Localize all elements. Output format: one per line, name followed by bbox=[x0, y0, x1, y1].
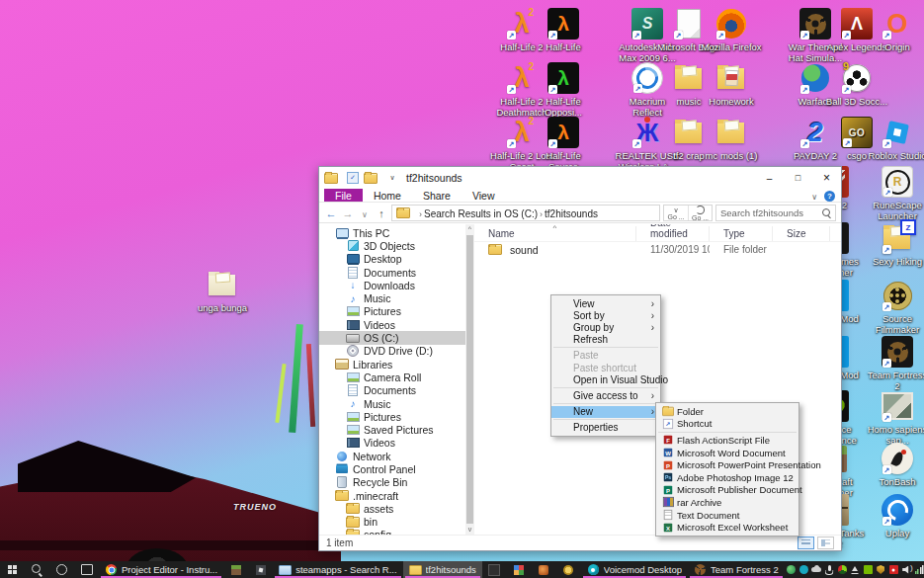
menu-item-folder[interactable]: Folder bbox=[656, 405, 798, 418]
menu-item-properties[interactable]: Properties bbox=[551, 422, 660, 434]
nav-item-pictures[interactable]: Pictures bbox=[319, 305, 465, 318]
qa-newfolder-icon[interactable] bbox=[364, 172, 378, 184]
nav-item-control-panel[interactable]: Control Panel bbox=[319, 462, 465, 475]
nav-item-network[interactable]: Network bbox=[319, 450, 465, 462]
scroll-down-icon[interactable]: v bbox=[465, 525, 474, 535]
recent-locations-icon[interactable] bbox=[358, 207, 372, 219]
column-header-name[interactable]: Name bbox=[474, 226, 636, 241]
menu-item-microsoft-excel-worksheet[interactable]: Microsoft Excel Worksheet bbox=[656, 521, 798, 534]
menu-item-adobe-photoshop-image-12[interactable]: Adobe Photoshop Image 12 bbox=[656, 471, 798, 484]
tab-share[interactable]: Share bbox=[412, 189, 462, 202]
nav-item-assets[interactable]: assets bbox=[319, 502, 465, 515]
nav-item-os-c[interactable]: OS (C:) bbox=[319, 331, 465, 344]
qa-customize-chevron-icon[interactable] bbox=[385, 172, 399, 185]
menu-item-sort-by[interactable]: Sort by bbox=[551, 309, 660, 321]
desktop-icon-source-filmmaker[interactable]: Source Filmmaker bbox=[865, 280, 924, 335]
desktop-icon-runescape-launcher[interactable]: RuneScape Launcher bbox=[865, 166, 924, 221]
nav-item-pictures[interactable]: Pictures bbox=[319, 410, 465, 423]
qa-properties-icon[interactable] bbox=[346, 172, 360, 185]
desktop-icon-uplay[interactable]: Uplay bbox=[865, 494, 924, 538]
desktop-icon-mozilla-firefox[interactable]: Mozilla Firefox bbox=[699, 8, 764, 52]
menu-item-group-by[interactable]: Group by bbox=[551, 321, 660, 333]
nav-item-3d-objects[interactable]: 3D Objects bbox=[319, 239, 465, 252]
desktop-icon-roblox-studio[interactable]: Roblox Studio bbox=[865, 117, 924, 161]
shield-tray-icon[interactable] bbox=[875, 562, 887, 577]
taskbar-button-steamapps-search-r[interactable]: steamapps - Search R... bbox=[273, 561, 402, 578]
desktop-icon-ball-3d-socc[interactable]: Ball 3D Socc... bbox=[824, 62, 889, 107]
address-dropdown-button[interactable]: Go ... bbox=[664, 206, 688, 220]
menu-item-refresh[interactable]: Refresh bbox=[551, 334, 660, 346]
taskbar-button-appgrid[interactable] bbox=[507, 561, 532, 578]
nav-item-videos[interactable]: Videos bbox=[319, 318, 465, 331]
menu-item-microsoft-word-document[interactable]: Microsoft Word Document bbox=[656, 447, 798, 459]
nav-item-bin[interactable]: bin bbox=[319, 516, 465, 529]
desktop-icon-half-life[interactable]: Half-Life bbox=[531, 8, 596, 52]
volume-tray-icon[interactable] bbox=[900, 562, 913, 577]
menu-item-paste-shortcut[interactable]: Paste shortcut bbox=[551, 362, 660, 373]
nav-item-dvd-drive-d[interactable]: DVD Drive (D:) bbox=[319, 345, 465, 358]
menu-item-rar-archive[interactable]: rar Archive bbox=[656, 496, 798, 509]
address-refresh-button[interactable]: Go ... bbox=[688, 206, 712, 220]
breadcrumb-segment-tf2hitsounds[interactable]: tf2hitsounds bbox=[545, 208, 598, 219]
minimize-button[interactable] bbox=[755, 167, 784, 189]
desktop-icon-homework[interactable]: Homework bbox=[699, 62, 764, 107]
taskbar-button-gmodorange[interactable] bbox=[532, 561, 556, 578]
nav-item-recycle-bin[interactable]: Recycle Bin bbox=[319, 476, 465, 489]
desktop-icon-tonbash[interactable]: TonBash bbox=[865, 443, 924, 487]
menu-item-paste[interactable]: Paste bbox=[551, 350, 660, 362]
menu-item-shortcut[interactable]: Shortcut bbox=[656, 418, 798, 431]
menu-item-give-access-to[interactable]: Give access to bbox=[551, 389, 660, 401]
nav-item-libraries[interactable]: Libraries bbox=[319, 358, 465, 371]
usb-tray-icon[interactable] bbox=[849, 562, 862, 577]
nav-item-minecraft[interactable]: .minecraft bbox=[319, 489, 465, 502]
taskbar-button-voicemod-desktop[interactable]: Voicemod Desktop bbox=[581, 561, 688, 578]
large-icons-view-button[interactable] bbox=[817, 537, 834, 549]
desktop-icon-homo-sapiens-sap[interactable]: Homo sapiens sap... bbox=[865, 390, 924, 446]
breadcrumb-segment-search-results-in-os-c[interactable]: Search Results in OS (C:) bbox=[424, 208, 538, 219]
razer-tray-icon[interactable] bbox=[836, 562, 849, 577]
nav-item-videos[interactable]: Videos bbox=[319, 437, 465, 450]
nvidia-tray-icon[interactable] bbox=[862, 562, 875, 577]
search-button[interactable] bbox=[25, 561, 49, 578]
nav-scrollbar-thumb[interactable] bbox=[466, 235, 473, 524]
start-button[interactable] bbox=[0, 561, 25, 578]
menu-item-microsoft-publisher-document[interactable]: Microsoft Publisher Document bbox=[656, 484, 798, 497]
desktop-icon-origin[interactable]: Origin bbox=[865, 8, 924, 52]
file-row-sound[interactable]: sound11/30/2019 10:00 PMFile folder bbox=[474, 242, 841, 257]
desktop-icon-mc-mods-1[interactable]: mc mods (1) bbox=[699, 117, 764, 161]
mic-tray-icon[interactable] bbox=[823, 562, 836, 577]
cloud-tray-icon[interactable] bbox=[810, 562, 823, 577]
nav-item-saved-pictures[interactable]: Saved Pictures bbox=[319, 423, 465, 436]
nav-item-documents[interactable]: Documents bbox=[319, 266, 465, 279]
tab-home[interactable]: Home bbox=[363, 189, 412, 202]
taskbar-button-project-editor-instru[interactable]: Project Editor - Instru... bbox=[99, 561, 223, 578]
taskbar-button-team-fortress-2[interactable]: Team Fortress 2 bbox=[688, 561, 785, 578]
column-header-date-modified[interactable]: Date modified bbox=[636, 226, 710, 241]
expand-ribbon-icon[interactable] bbox=[811, 190, 817, 202]
column-header-type[interactable]: Type bbox=[710, 226, 773, 241]
desktop-icon-half-life-source[interactable]: Half-Life Source bbox=[531, 117, 596, 172]
nav-item-music[interactable]: Music bbox=[319, 291, 465, 304]
signal-tray-icon[interactable] bbox=[913, 562, 924, 577]
search-input[interactable] bbox=[720, 207, 819, 218]
nav-item-music[interactable]: Music bbox=[319, 397, 465, 410]
close-button[interactable] bbox=[812, 167, 841, 189]
tab-view[interactable]: View bbox=[462, 189, 506, 202]
nav-item-this-pc[interactable]: This PC bbox=[319, 226, 465, 239]
tab-file[interactable]: File bbox=[324, 189, 363, 202]
nav-item-camera-roll[interactable]: Camera Roll bbox=[319, 371, 465, 383]
taskbar-button-tf2hitsounds[interactable]: tf2hitsounds bbox=[403, 561, 482, 578]
cortana-button[interactable] bbox=[49, 561, 74, 578]
task-view-button[interactable] bbox=[74, 561, 99, 578]
back-button[interactable] bbox=[324, 207, 338, 219]
globe-tray-icon[interactable] bbox=[785, 562, 798, 577]
nav-scrollbar[interactable]: ^ v bbox=[465, 224, 474, 535]
menu-item-text-document[interactable]: Text Document bbox=[656, 509, 798, 522]
help-icon[interactable] bbox=[824, 191, 835, 202]
search-box[interactable] bbox=[715, 205, 836, 221]
forward-button[interactable] bbox=[341, 207, 355, 219]
maximize-button[interactable] bbox=[784, 167, 812, 189]
taskbar-button-goldcoin[interactable] bbox=[556, 561, 581, 578]
menu-item-open-in-visual-studio[interactable]: Open in Visual Studio bbox=[551, 373, 660, 385]
desktop-icon-team-fortress-2[interactable]: Team Fortress 2 bbox=[865, 336, 924, 391]
